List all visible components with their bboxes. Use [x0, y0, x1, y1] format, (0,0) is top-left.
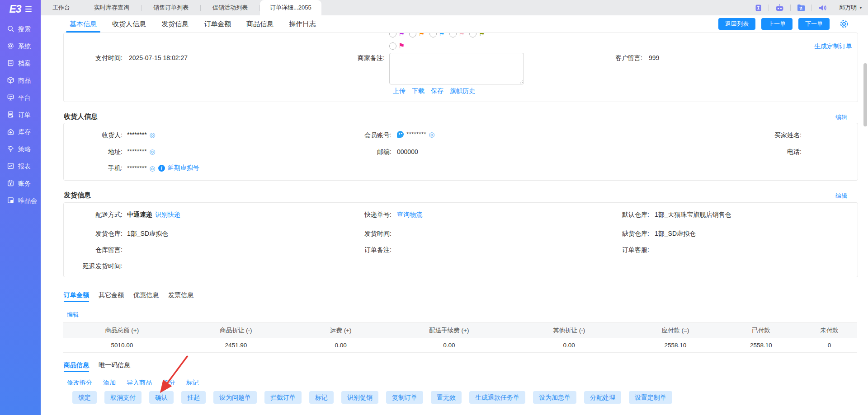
sidebar-item-finance[interactable]: 账务	[0, 175, 41, 192]
footer-button-2[interactable]: 确认	[149, 391, 174, 404]
schedule-icon[interactable]	[754, 4, 763, 12]
goods-tab-1[interactable]: 唯一码信息	[99, 361, 130, 369]
top-tab-3[interactable]: 促销活动列表	[201, 0, 259, 15]
sidebar-item-strategy[interactable]: 策略	[0, 141, 41, 158]
receiver-edit-link[interactable]: 编辑	[835, 113, 847, 121]
settings-gear-icon[interactable]	[839, 19, 849, 30]
goods-toolbar-link[interactable]: 拆分	[163, 379, 175, 385]
vertical-scrollbar-thumb[interactable]	[863, 63, 867, 126]
receiver-panel: 收货人: ******** ◎ 会员账号: ******** ◎ 买家姓名: 地…	[63, 123, 858, 181]
goods-toolbar-link[interactable]: 添加	[103, 379, 116, 385]
radio-button[interactable]	[389, 33, 396, 37]
page-tab-3[interactable]: 订单金额	[204, 20, 231, 28]
sidebar-item-system[interactable]: 系统	[0, 38, 41, 55]
sidebar-item-archive[interactable]: 档案	[0, 55, 41, 72]
flag-radio-option[interactable]: ⚑	[389, 33, 405, 37]
sidebar-item-product[interactable]: 商品	[0, 72, 41, 89]
footer-button-5[interactable]: 拦截订单	[264, 391, 302, 404]
basic-action-link-1[interactable]: 下载	[412, 87, 425, 95]
sidebar-item-platform[interactable]: 平台	[0, 89, 41, 107]
identify-express-link[interactable]: 识别快递	[155, 211, 180, 219]
footer-button-9[interactable]: 置无效	[431, 391, 462, 404]
top-tab-1[interactable]: 实时库存查询	[82, 0, 141, 15]
footer-button-12[interactable]: 分配处理	[584, 391, 621, 404]
vip-icon	[7, 196, 14, 205]
gear-icon	[7, 42, 14, 51]
footer-button-7[interactable]: 识别促销	[341, 391, 378, 404]
amount-col-header: 应付款 (=)	[630, 326, 721, 335]
footer-button-13[interactable]: 设置定制单	[629, 391, 672, 404]
sidebar-item-vip[interactable]: 唯品会	[0, 192, 41, 210]
user-menu[interactable]: 邱万明 ▼	[839, 4, 863, 12]
flag-radio-option[interactable]: ⚑	[389, 42, 405, 50]
sidebar-item-report[interactable]: 报表	[0, 158, 41, 175]
goods-toolbar-link[interactable]: 标记	[186, 379, 199, 385]
goods-toolbar-link[interactable]: 修改拆分	[67, 379, 92, 385]
previous-order-button[interactable]: 上一单	[761, 18, 793, 30]
footer-button-1[interactable]: 取消支付	[104, 391, 142, 404]
flag-radio-option[interactable]: ⚑	[449, 33, 465, 37]
address-value: ******** ◎	[127, 148, 156, 155]
shipping-edit-link[interactable]: 编辑	[835, 192, 847, 200]
page-tab-2[interactable]: 发货信息	[161, 20, 189, 28]
sidebar-item-inventory[interactable]: 库存	[0, 124, 41, 141]
amount-edit-link[interactable]: 编辑	[67, 311, 79, 319]
radio-button[interactable]	[429, 33, 437, 37]
radio-button[interactable]	[449, 33, 457, 37]
footer-button-11[interactable]: 设为加急单	[533, 391, 576, 404]
eye-reveal-icon[interactable]: ◎	[429, 131, 435, 138]
amount-tab-3[interactable]: 发票信息	[168, 291, 193, 299]
radio-button[interactable]	[409, 33, 416, 37]
back-to-list-button[interactable]: 返回列表	[718, 18, 755, 30]
basic-action-link-2[interactable]: 保存	[431, 87, 443, 95]
eye-reveal-icon[interactable]: ◎	[150, 131, 156, 138]
sidebar-item-order[interactable]: 订单	[0, 107, 41, 124]
goods-toolbar-link[interactable]: 导入商品	[127, 379, 152, 385]
announcement-icon[interactable]	[818, 4, 827, 12]
sidebar-item-label: 订单	[18, 111, 31, 119]
footer-button-0[interactable]: 锁定	[72, 391, 97, 404]
basic-action-link-0[interactable]: 上传	[393, 87, 406, 95]
amount-tab-0[interactable]: 订单金额	[64, 291, 89, 299]
footer-button-6[interactable]: 标记	[309, 391, 334, 404]
footer-button-8[interactable]: 复制订单	[386, 391, 423, 404]
amount-col-header: 商品总额 (+)	[63, 326, 181, 335]
amount-col-value: 2451.90	[181, 342, 291, 349]
query-logistics-link[interactable]: 查询物流	[397, 211, 422, 219]
page-tab-4[interactable]: 商品信息	[246, 20, 274, 28]
eye-reveal-icon[interactable]: ◎	[150, 148, 156, 155]
hamburger-menu-icon[interactable]	[25, 5, 32, 13]
footer-button-3[interactable]: 挂起	[181, 391, 206, 404]
virtual-number-link[interactable]: 延期虚拟号	[168, 164, 199, 172]
merchant-note-textarea[interactable]	[389, 53, 524, 84]
goods-tab-0[interactable]: 商品信息	[64, 361, 89, 369]
basic-action-link-3[interactable]: 旗帜历史	[450, 87, 475, 95]
radio-button[interactable]	[469, 33, 476, 37]
folder-transfer-icon[interactable]	[797, 4, 806, 12]
page-tab-1[interactable]: 收货人信息	[112, 20, 146, 28]
top-tab-2[interactable]: 销售订单列表	[142, 0, 200, 15]
flag-radio-option[interactable]: ⚑	[469, 33, 485, 37]
info-icon[interactable]: i	[158, 165, 165, 172]
top-tab-0[interactable]: 工作台	[41, 0, 82, 15]
footer-button-4[interactable]: 设为问题单	[213, 391, 257, 404]
flag-radio-option[interactable]: ⚑	[429, 33, 445, 37]
default-warehouse-value: 1部_天猫珠宝旗舰店销售仓	[655, 211, 731, 219]
radio-button[interactable]	[389, 42, 396, 50]
wangwang-icon[interactable]	[397, 131, 404, 138]
default-warehouse-label: 默认仓库:	[590, 211, 649, 219]
generate-custom-order-link[interactable]: 生成定制订单	[814, 42, 852, 51]
amount-tab-1[interactable]: 其它金额	[99, 291, 124, 299]
robot-icon[interactable]	[775, 4, 784, 12]
amount-tab-2[interactable]: 优惠信息	[133, 291, 159, 299]
mobile-label: 手机:	[64, 164, 123, 173]
sidebar-item-search[interactable]: 搜索	[0, 21, 41, 38]
amount-col-value: 0	[802, 342, 857, 349]
next-order-button[interactable]: 下一单	[798, 18, 830, 30]
eye-reveal-icon[interactable]: ◎	[150, 165, 156, 172]
page-tab-5[interactable]: 操作日志	[289, 20, 316, 28]
footer-button-10[interactable]: 生成退款任务单	[469, 391, 525, 404]
top-tab-active[interactable]: 订单详细...2055	[260, 0, 321, 15]
page-tab-0[interactable]: 基本信息	[70, 20, 97, 28]
flag-radio-option[interactable]: ⚑	[409, 33, 425, 37]
